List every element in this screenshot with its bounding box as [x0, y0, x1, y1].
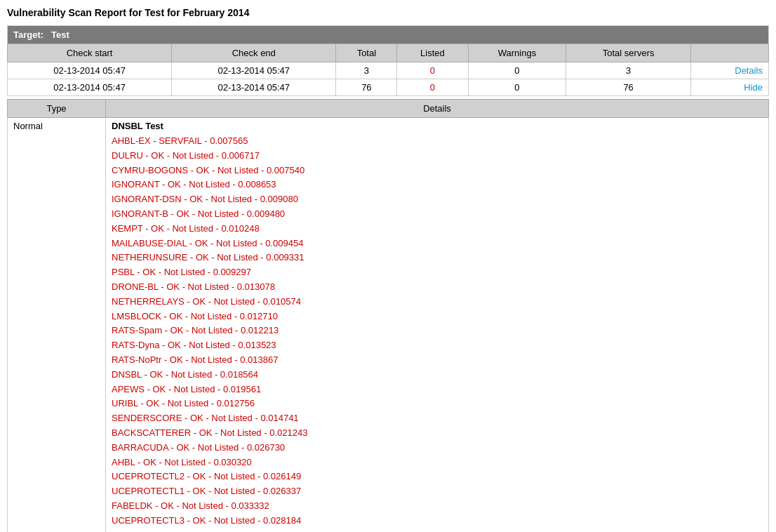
list-item: CYMRU-BOGONS - OK - Not Listed - 0.00754…: [112, 164, 763, 178]
list-item: IGNORANT-B - OK - Not Listed - 0.009480: [112, 207, 763, 222]
list-item: NETHERUNSURE - OK - Not Listed - 0.00933…: [112, 251, 763, 265]
list-item: DRONE-BL - OK - Not Listed - 0.013078: [112, 280, 763, 295]
list-item: DNSBL - OK - Not Listed - 0.018564: [112, 368, 763, 383]
row1-warnings: 0: [468, 62, 566, 79]
list-item: AHBL - OK - Not Listed - 0.030320: [112, 455, 763, 470]
col-header-warnings: Warnings: [468, 44, 566, 62]
list-item: BARRACUDA - OK - Not Listed - 0.026730: [112, 441, 763, 455]
row2-action[interactable]: Hide: [690, 79, 768, 96]
detail-col-details: Details: [106, 100, 769, 118]
list-item: FABELDK - OK - Not Listed - 0.033332: [112, 499, 763, 514]
list-item: RATS-Dyna - OK - Not Listed - 0.013523: [112, 338, 763, 353]
row2-warnings: 0: [468, 79, 566, 96]
list-item: BACKSCATTERER - OK - Not Listed - 0.0212…: [112, 426, 763, 441]
detail-title: DNSBL Test: [112, 121, 763, 131]
target-label: Target:: [13, 29, 44, 40]
detail-header-row: Type Details: [8, 100, 769, 118]
table-row: 02-13-2014 05:47 02-13-2014 05:47 76 0 0…: [8, 79, 769, 96]
list-item: SENDERSCORE - OK - Not Listed - 0.014741: [112, 411, 763, 426]
row1-total: 3: [336, 62, 397, 79]
list-item: UCEPROTECTL3 - OK - Not Listed - 0.02818…: [112, 514, 763, 528]
row1-action[interactable]: Details: [690, 62, 768, 79]
list-item: IGNORANT-DSN - OK - Not Listed - 0.00908…: [112, 192, 763, 207]
row2-check-end: 02-13-2014 05:47: [172, 79, 336, 96]
list-item: DULRU - OK - Not Listed - 0.006717: [112, 149, 763, 164]
list-item: MAILABUSE-DIAL - OK - Not Listed - 0.009…: [112, 237, 763, 251]
row1-check-start: 02-13-2014 05:47: [8, 62, 172, 79]
col-header-total-servers: Total servers: [566, 44, 691, 62]
list-item: NETHERRELAYS - OK - Not Listed - 0.01057…: [112, 295, 763, 310]
list-item: AHBL-EX - SERVFAIL - 0.007565: [112, 134, 763, 149]
col-header-check-start: Check start: [8, 44, 172, 62]
list-item: UCEPROTECTL2 - OK - Not Listed - 0.02614…: [112, 470, 763, 484]
list-item: LMSBLOCK - OK - Not Listed - 0.012710: [112, 310, 763, 324]
list-item: APEWS - OK - Not Listed - 0.019561: [112, 383, 763, 397]
list-item: URIBL - OK - Not Listed - 0.012756: [112, 397, 763, 411]
target-name: Test: [51, 29, 69, 40]
list-item: PSBL - OK - Not Listed - 0.009297: [112, 265, 763, 280]
detail-items: AHBL-EX - SERVFAIL - 0.007565DULRU - OK …: [112, 134, 763, 532]
detail-body-row: Normal DNSBL Test AHBL-EX - SERVFAIL - 0…: [8, 118, 769, 533]
col-header-action: [690, 44, 768, 62]
row1-listed: 0: [397, 62, 468, 79]
row2-check-start: 02-13-2014 05:47: [8, 79, 172, 96]
list-item: KEMPT - OK - Not Listed - 0.010248: [112, 222, 763, 237]
detail-content: DNSBL Test AHBL-EX - SERVFAIL - 0.007565…: [106, 118, 769, 533]
col-header-listed: Listed: [397, 44, 468, 62]
list-item: RATS-Spam - OK - Not Listed - 0.012213: [112, 324, 763, 338]
table-header-row: Check start Check end Total Listed Warni…: [8, 44, 769, 62]
row2-total: 76: [336, 79, 397, 96]
row2-listed: 0: [397, 79, 468, 96]
col-header-total: Total: [336, 44, 397, 62]
list-item: IGNORANT - OK - Not Listed - 0.008653: [112, 178, 763, 192]
detail-type: Normal: [8, 118, 106, 533]
page-title: Vulnerability Scan Report for Test for F…: [7, 7, 769, 18]
list-item: OSPAM - OK - Not Listed - 0.032024: [112, 528, 763, 532]
detail-col-type: Type: [8, 100, 106, 118]
target-row: Target: Test: [8, 26, 769, 44]
row1-check-end: 02-13-2014 05:47: [172, 62, 336, 79]
table-row: 02-13-2014 05:47 02-13-2014 05:47 3 0 0 …: [8, 62, 769, 79]
row1-total-servers: 3: [566, 62, 691, 79]
col-header-check-end: Check end: [172, 44, 336, 62]
row2-total-servers: 76: [566, 79, 691, 96]
list-item: UCEPROTECTL1 - OK - Not Listed - 0.02633…: [112, 484, 763, 499]
list-item: RATS-NoPtr - OK - Not Listed - 0.013867: [112, 353, 763, 368]
